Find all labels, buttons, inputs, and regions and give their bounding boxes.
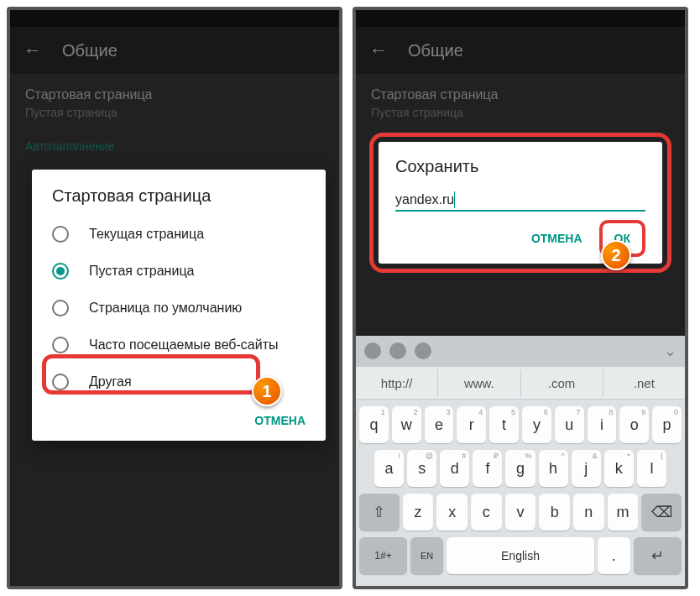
radio-option-frequent[interactable]: Часто посещаемые веб-сайты bbox=[32, 327, 326, 363]
enter-key[interactable]: ↵ bbox=[634, 537, 682, 574]
radio-icon bbox=[52, 300, 69, 316]
key-s[interactable]: s@ bbox=[407, 450, 436, 487]
radio-option-default[interactable]: Страница по умолчанию bbox=[32, 290, 326, 327]
radio-icon-checked bbox=[52, 263, 69, 280]
keyboard-suggestions: http:// www. .com .net bbox=[356, 366, 685, 400]
key-x[interactable]: x bbox=[436, 494, 468, 531]
theme-icon[interactable] bbox=[389, 342, 406, 359]
gear-icon[interactable] bbox=[364, 342, 381, 359]
key-y[interactable]: y6 bbox=[522, 406, 551, 443]
keyboard-row-1: q1w2e3r4t5y6u7i8o9p0 bbox=[359, 406, 682, 443]
key-k[interactable]: k* bbox=[604, 450, 634, 487]
radio-label: Другая bbox=[89, 374, 132, 389]
callout-badge-1: 1 bbox=[252, 376, 282, 406]
key-o[interactable]: o9 bbox=[619, 406, 649, 443]
key-c[interactable]: c bbox=[471, 494, 502, 531]
lang-key[interactable]: EN bbox=[410, 537, 443, 574]
key-n[interactable]: n bbox=[573, 494, 604, 531]
shift-key[interactable]: ⇧ bbox=[359, 494, 400, 531]
key-p[interactable]: p0 bbox=[652, 406, 682, 443]
key-z[interactable]: z bbox=[403, 494, 434, 531]
soft-keyboard: ⌄ http:// www. .com .net q1w2e3r4t5y6u7i… bbox=[356, 336, 685, 586]
backspace-key[interactable]: ⌫ bbox=[641, 494, 682, 531]
period-key[interactable]: . bbox=[598, 537, 630, 574]
suggestion[interactable]: www. bbox=[438, 369, 520, 397]
key-v[interactable]: v bbox=[505, 494, 536, 531]
key-a[interactable]: a! bbox=[374, 450, 404, 487]
key-f[interactable]: f₽ bbox=[473, 450, 502, 487]
cancel-button[interactable]: ОТМЕНА bbox=[525, 225, 589, 252]
key-m[interactable]: m bbox=[608, 494, 639, 531]
key-i[interactable]: i8 bbox=[588, 406, 617, 443]
radio-option-other[interactable]: Другая bbox=[32, 363, 326, 400]
suggestion[interactable]: .com bbox=[521, 369, 603, 397]
key-q[interactable]: q1 bbox=[359, 406, 389, 443]
key-l[interactable]: l( bbox=[637, 450, 666, 487]
radio-icon bbox=[52, 374, 69, 390]
url-input-value: yandex.ru bbox=[395, 192, 454, 207]
phone-right: ← Общие Стартовая страница Пустая страни… bbox=[353, 7, 688, 589]
url-input[interactable]: yandex.ru bbox=[395, 191, 645, 212]
radio-label: Пустая страница bbox=[89, 264, 194, 279]
suggestion[interactable]: .net bbox=[603, 369, 685, 397]
dialog-title: Стартовая страница bbox=[32, 186, 326, 216]
keyboard-row-4: 1#+ EN English . ↵ bbox=[359, 537, 682, 574]
startpage-dialog: Стартовая страница Текущая страница Пуст… bbox=[32, 170, 326, 441]
space-key[interactable]: English bbox=[447, 537, 593, 574]
keyboard-row-3: ⇧ zxcvbnm ⌫ bbox=[359, 494, 682, 531]
radio-label: Текущая страница bbox=[89, 227, 204, 242]
phone-left: ← Общие Стартовая страница Пустая страни… bbox=[7, 7, 342, 589]
radio-option-blank[interactable]: Пустая страница bbox=[32, 253, 326, 290]
key-b[interactable]: b bbox=[539, 494, 570, 531]
text-cursor-icon bbox=[454, 191, 455, 208]
cancel-button[interactable]: ОТМЕНА bbox=[248, 407, 312, 434]
key-e[interactable]: e3 bbox=[425, 406, 454, 443]
key-w[interactable]: w2 bbox=[392, 406, 421, 443]
keyboard-toolbar: ⌄ bbox=[356, 336, 685, 366]
dialog-title: Сохранить bbox=[395, 157, 645, 176]
radio-icon bbox=[52, 226, 69, 243]
key-h[interactable]: h^ bbox=[539, 450, 568, 487]
chevron-down-icon[interactable]: ⌄ bbox=[664, 342, 676, 360]
key-u[interactable]: u7 bbox=[555, 406, 584, 443]
radio-label: Часто посещаемые веб-сайты bbox=[89, 337, 279, 353]
callout-badge-2: 2 bbox=[601, 240, 631, 270]
key-t[interactable]: t5 bbox=[489, 406, 519, 443]
key-j[interactable]: j& bbox=[572, 450, 601, 487]
save-dialog-highlight: Сохранить yandex.ru ОТМЕНА ОК 2 bbox=[369, 133, 671, 273]
clipboard-icon[interactable] bbox=[415, 342, 431, 359]
radio-option-current[interactable]: Текущая страница bbox=[32, 216, 326, 253]
suggestion[interactable]: http:// bbox=[356, 369, 438, 397]
radio-label: Страница по умолчанию bbox=[89, 301, 242, 316]
key-r[interactable]: r4 bbox=[457, 406, 486, 443]
key-d[interactable]: d# bbox=[440, 450, 469, 487]
symbols-key[interactable]: 1#+ bbox=[359, 537, 407, 574]
keyboard-row-2: a!s@d#f₽g%h^j&k*l( bbox=[359, 450, 682, 487]
key-g[interactable]: g% bbox=[505, 450, 535, 487]
radio-icon bbox=[52, 337, 69, 353]
